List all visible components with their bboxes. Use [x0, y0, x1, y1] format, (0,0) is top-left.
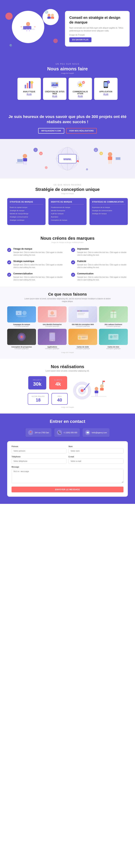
gallery-sublabel-4: Conception graphique: [7, 348, 36, 349]
heureux-contact-btn[interactable]: info@agency.com: [38, 128, 64, 133]
svg-point-43: [108, 152, 112, 157]
creons-item-title-2: Stratégie numérique: [13, 260, 64, 262]
svg-rect-104: [96, 393, 96, 397]
commercialisation-icon: [75, 80, 86, 89]
svg-rect-44: [108, 156, 112, 160]
check-icon-5: [71, 273, 75, 277]
stat-prix-label: PRIX: [55, 396, 64, 397]
realisations-stats: PROJETS 30k CLIENTS 4k NOTRE ÉQUIPE 18 P…: [28, 376, 68, 405]
email-input[interactable]: [69, 458, 124, 464]
svg-text:@: @: [40, 153, 42, 155]
form-row-message: Message: [11, 466, 124, 483]
sc-item-2-1: Identité d'entreprise: [51, 210, 84, 212]
creons-content-0: l'image de marque Sample text. Click to …: [13, 248, 64, 256]
gallery-img-0: b: [7, 306, 36, 322]
gallery-img-credit: Image de Freepik: [7, 351, 128, 353]
checkmark-svg-3: [72, 261, 74, 264]
phone-input[interactable]: [11, 458, 66, 464]
strategie-card-2: IDENTITÉ DE MARQUE Positionnement de mar…: [48, 198, 87, 225]
svg-point-81: [21, 336, 23, 338]
svg-rect-6: [21, 27, 22, 27]
realisations-img-credit: Image de Freepik: [7, 406, 128, 408]
nous-title: Nous aimons faire: [7, 66, 128, 72]
contact-title: Entrer en contact: [7, 419, 128, 424]
firstname-input[interactable]: [11, 448, 66, 454]
sc-item-2-4: Conception de marque: [51, 219, 84, 221]
gallery-section: Ce que nous faisons Lorem ipsum dolor si…: [0, 286, 135, 359]
gallery-item-6[interactable]: Cartes de visite Conception graphique: [69, 329, 97, 349]
card-plus-1[interactable]: PLUS: [19, 93, 39, 95]
creons-item-text-1: Sample text. Click to select the text bo…: [77, 251, 128, 256]
checkmark-svg-1: [72, 249, 74, 251]
creons-content-5: Communication Sample text. Click to sele…: [77, 272, 128, 281]
www-svg: www. f @ in: [7, 144, 128, 173]
hero-cta-button[interactable]: EN SAVOIR PLUS: [69, 37, 91, 42]
stat-prix: PRIX 40: [52, 393, 68, 405]
strategie-section: CE QUE NOUS FAISONS Stratégie de concept…: [0, 179, 135, 230]
svg-rect-45: [109, 160, 110, 164]
check-icon-3: [71, 260, 75, 264]
creons-item-2: Stratégie numérique Sample text. Click t…: [7, 260, 64, 269]
submit-button[interactable]: ENVOYER LE MESSAGE: [11, 487, 124, 492]
svg-rect-89: [82, 337, 87, 337]
gallery-applications-svg: [45, 331, 59, 343]
svg-rect-95: [113, 337, 117, 338]
form-row-contact: Téléphone E-mail: [11, 456, 124, 464]
stat-prix-value: 40: [55, 398, 64, 402]
nous-subtitle: UN PEU SUR NOUS: [7, 63, 128, 65]
stat-projets: PROJETS 30k: [28, 376, 46, 390]
gallery-img-5: [38, 329, 66, 345]
svg-rect-105: [97, 393, 98, 397]
heureux-realisations-btn[interactable]: VOIR NOS RÉALISATIONS: [66, 128, 97, 133]
svg-rect-67: [50, 316, 54, 316]
application-icon: [101, 80, 111, 89]
creons-item-title-1: Impression: [77, 248, 128, 250]
hero-img-credit: Image de Freepik: [69, 33, 125, 36]
gallery-item-5[interactable]: Applications Conception graphique: [38, 329, 66, 349]
card-application: APPLICATION PLUS: [94, 78, 117, 100]
email-label: E-mail: [69, 456, 124, 458]
sc-item-1-2: Identité de marque/design: [10, 213, 43, 215]
svg-point-36: [23, 154, 27, 158]
lastname-input[interactable]: [69, 448, 124, 454]
creons-grid: l'image de marque Sample text. Click to …: [7, 248, 128, 281]
gallery-label-5: Applications: [38, 346, 66, 348]
gallery-sublabel-1: Conception graphique: [38, 326, 66, 327]
svg-rect-5: [29, 29, 30, 31]
message-textarea[interactable]: [11, 469, 124, 483]
gallery-cadeaux-svg: [106, 309, 120, 320]
gallery-item-4[interactable]: Conception de prospectus Conception grap…: [7, 329, 36, 349]
strategie-card-title-1: STRATÉGIE DE MARQUE: [10, 201, 43, 205]
svg-point-92: [110, 335, 113, 338]
gallery-sublabel-2: Conception graphique: [69, 326, 97, 327]
gallery-sublabel-6: Conception graphique: [69, 348, 97, 349]
card-analytique: ANALYTIQUE PLUS: [18, 78, 41, 100]
stat-equipe: NOTRE ÉQUIPE 18: [28, 393, 49, 405]
gallery-item-7[interactable]: Cartes de visio Conception graphique: [99, 329, 128, 349]
gallery-item-3[interactable]: Dès cadeaux lumineux Conception graphiqu…: [99, 306, 128, 327]
gallery-item-1[interactable]: Une identité d'entreprise Conception gra…: [38, 306, 66, 327]
svg-point-57: [45, 166, 48, 169]
svg-rect-62: [17, 316, 27, 316]
gallery-web-svg: [76, 309, 90, 320]
contact-email-text: hello@agency.com: [91, 432, 107, 434]
svg-rect-73: [78, 313, 85, 313]
realisations-svg: [71, 376, 107, 405]
card-plus-2[interactable]: PLUS: [45, 95, 64, 97]
stat-projets-value: 30k: [32, 381, 43, 386]
gallery-item-2[interactable]: Site Web de conception Web Conception gr…: [69, 306, 97, 327]
svg-rect-16: [31, 84, 33, 88]
svg-point-72: [81, 311, 82, 312]
sc-item-2-0: Positionnement de marque: [51, 206, 84, 209]
card-plus-3[interactable]: PLUS: [71, 95, 90, 97]
gallery-img-7: [99, 329, 128, 345]
heureux-section: Je suis heureux de vous savoir que plus …: [0, 111, 135, 139]
card-title-1: ANALYTIQUE: [19, 91, 39, 93]
svg-point-106: [100, 384, 104, 388]
gallery-item-0[interactable]: b Campagne de marque Conception graphiqu…: [7, 306, 36, 327]
card-plus-4[interactable]: PLUS: [96, 93, 116, 95]
svg-rect-7: [34, 27, 35, 27]
svg-rect-94: [113, 337, 116, 337]
check-icon-2: [7, 260, 11, 264]
gallery-label-3: Dès cadeaux lumineux: [99, 323, 128, 326]
